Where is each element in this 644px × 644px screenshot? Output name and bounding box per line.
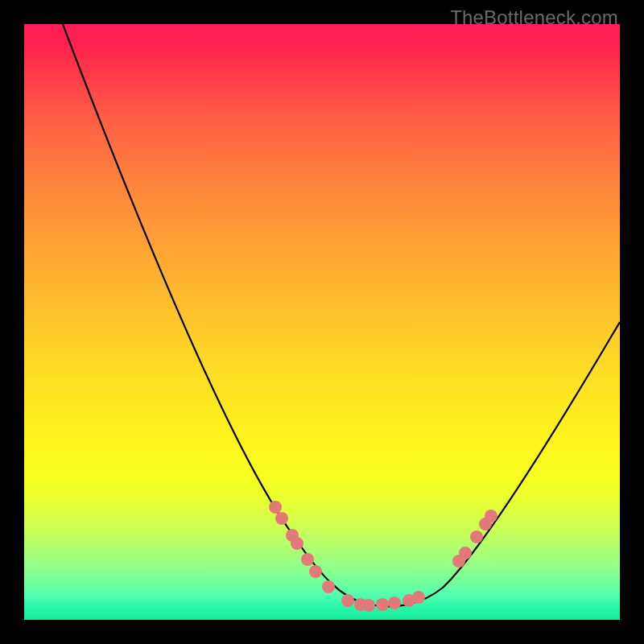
curve-overlay bbox=[24, 24, 620, 620]
svg-point-6 bbox=[322, 580, 335, 593]
svg-point-1 bbox=[275, 512, 288, 525]
svg-point-7 bbox=[341, 594, 354, 607]
svg-point-13 bbox=[412, 591, 425, 604]
svg-point-11 bbox=[388, 597, 401, 609]
data-markers bbox=[269, 501, 497, 612]
svg-point-3 bbox=[291, 537, 303, 550]
chart-container: TheBottleneck.com bbox=[0, 0, 644, 644]
svg-point-5 bbox=[309, 565, 322, 578]
svg-point-18 bbox=[485, 510, 497, 522]
svg-point-15 bbox=[459, 547, 472, 559]
svg-point-0 bbox=[269, 501, 282, 514]
bottleneck-curve bbox=[63, 24, 620, 606]
svg-point-16 bbox=[470, 530, 483, 543]
svg-point-10 bbox=[376, 598, 389, 611]
watermark-text: TheBottleneck.com bbox=[450, 6, 618, 29]
svg-point-9 bbox=[362, 599, 375, 612]
plot-area bbox=[24, 24, 620, 620]
svg-point-4 bbox=[301, 553, 314, 566]
